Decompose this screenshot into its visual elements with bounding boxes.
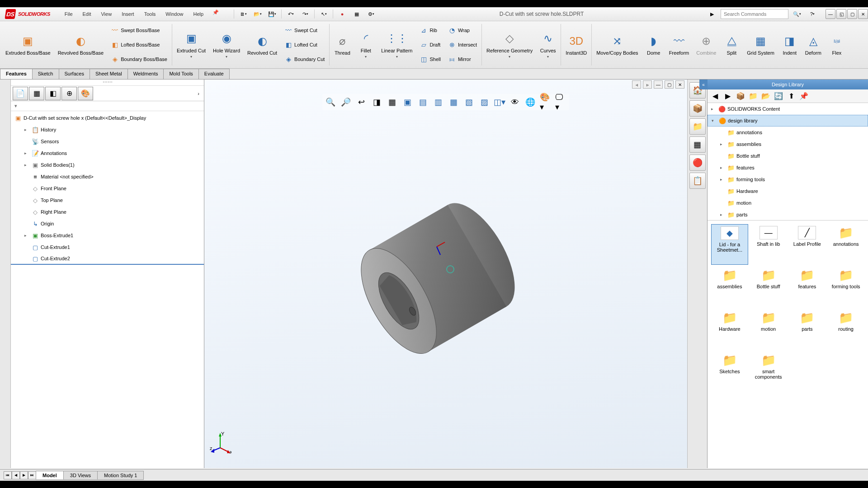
bottom-tab-3dviews[interactable]: 3D Views bbox=[63, 471, 98, 480]
deform-button[interactable]: ◬Deform bbox=[802, 22, 825, 67]
dl-tree-designlibrary[interactable]: ▾🟠design library bbox=[708, 115, 868, 127]
open-button[interactable]: 📂▾ bbox=[251, 8, 264, 20]
dl-tree-bottle[interactable]: 📁Bottle stuff bbox=[708, 150, 868, 162]
fm-tab-config[interactable]: ◧ bbox=[45, 87, 61, 100]
edit-appearance-icon[interactable]: 🌐 bbox=[524, 96, 537, 108]
tree-bossextrude1[interactable]: ▸▣Boss-Extrude1 bbox=[11, 230, 204, 241]
hidden-visible-icon[interactable]: ▧ bbox=[462, 96, 475, 108]
freeform-button[interactable]: 〰Freeform bbox=[665, 22, 693, 67]
apply-scene-icon[interactable]: 🎨▾ bbox=[539, 96, 552, 108]
tab-weldments[interactable]: Weldments bbox=[127, 69, 164, 79]
vp-close-button[interactable]: ✕ bbox=[675, 80, 684, 89]
boundary-cut-button[interactable]: ◈Boundary Cut bbox=[283, 54, 326, 64]
shaded-edges-icon[interactable]: ▤ bbox=[416, 96, 429, 108]
dl-tree-hardware[interactable]: 📁Hardware bbox=[708, 185, 868, 197]
fm-flyout-arrow-icon[interactable]: › bbox=[195, 91, 202, 96]
taskpane-fileexplorer-icon[interactable]: 📁 bbox=[689, 118, 706, 135]
gridsystem-button[interactable]: ▦Grid System bbox=[743, 22, 778, 67]
dl-item-features[interactable]: 📁features bbox=[789, 267, 826, 307]
vp-maximize-button[interactable]: ▢ bbox=[665, 80, 674, 89]
mirror-button[interactable]: ⧦Mirror bbox=[446, 54, 479, 64]
dl-item-forming[interactable]: 📁forming tools bbox=[827, 267, 864, 307]
tab-surfaces[interactable]: Surfaces bbox=[59, 69, 90, 79]
bottom-tab-model[interactable]: Model bbox=[36, 471, 64, 480]
feature-filter[interactable]: ▾ bbox=[11, 101, 204, 111]
reference-geometry-button[interactable]: ◇Reference Geometry▾ bbox=[483, 22, 536, 67]
dl-item-shaft[interactable]: —Shaft in lib bbox=[750, 224, 787, 265]
dl-item-parts[interactable]: 📁parts bbox=[789, 309, 826, 350]
menu-window[interactable]: Window bbox=[161, 9, 188, 19]
lofted-boss-button[interactable]: ◧Lofted Boss/Base bbox=[109, 40, 169, 50]
dl-item-sketches[interactable]: 📁Sketches bbox=[711, 352, 748, 392]
tree-topplane[interactable]: ◇Top Plane bbox=[11, 194, 204, 206]
fm-tab-dimxpert[interactable]: ⊕ bbox=[61, 87, 77, 100]
view-settings-icon[interactable]: 🖵▾ bbox=[555, 96, 567, 108]
revolved-boss-button[interactable]: ◐Revolved Boss/Base bbox=[54, 22, 108, 67]
vp-minimize-button[interactable]: — bbox=[654, 80, 663, 89]
tree-cutextrude2[interactable]: ▢Cut-Extrude2 bbox=[11, 253, 204, 265]
swept-cut-button[interactable]: 〰Swept Cut bbox=[283, 25, 326, 35]
search-icon[interactable]: 🔍▾ bbox=[790, 8, 804, 20]
bottom-tab-motion[interactable]: Motion Study 1 bbox=[97, 471, 144, 480]
fm-tab-property[interactable]: ▦ bbox=[29, 87, 44, 100]
draft-button[interactable]: ▱Draft bbox=[418, 40, 442, 50]
tree-solidbodies[interactable]: ▸▣Solid Bodies(1) bbox=[11, 159, 204, 171]
extruded-boss-button[interactable]: ▣Extruded Boss/Base bbox=[2, 22, 54, 67]
wireframe-icon[interactable]: ▨ bbox=[478, 96, 491, 108]
dl-up-icon[interactable]: ⬆ bbox=[785, 90, 797, 102]
curves-button[interactable]: ∿Curves▾ bbox=[536, 22, 560, 67]
taskpane-customprops-icon[interactable]: 📋 bbox=[689, 173, 706, 189]
indent-button[interactable]: ◨Indent bbox=[778, 22, 802, 67]
dl-tree-assemblies[interactable]: ▸📁assemblies bbox=[708, 138, 868, 150]
dl-item-lid[interactable]: ◆Lid - for a Sheetmet... bbox=[711, 224, 748, 265]
menu-view[interactable]: View bbox=[96, 9, 116, 19]
display-style-icon[interactable]: ▣ bbox=[401, 96, 414, 108]
revolved-cut-button[interactable]: ◐Revolved Cut bbox=[244, 22, 281, 67]
taskpane-designlib-icon[interactable]: 📦 bbox=[689, 100, 706, 117]
linear-pattern-button[interactable]: ⋮⋮Linear Pattern▾ bbox=[377, 22, 416, 67]
dl-add-location-icon[interactable]: 📦 bbox=[735, 90, 746, 102]
dl-back-icon[interactable]: ◀ bbox=[709, 90, 721, 102]
dl-tree-parts[interactable]: ▸📁parts bbox=[708, 209, 868, 221]
instant3d-button[interactable]: 3DInstant3D bbox=[562, 22, 590, 67]
tree-rightplane[interactable]: ◇Right Plane bbox=[11, 206, 204, 218]
save-button[interactable]: 💾▾ bbox=[265, 8, 279, 20]
movecopy-button[interactable]: ⤨Move/Copy Bodies bbox=[593, 22, 642, 67]
previous-view-icon[interactable]: ↩ bbox=[355, 96, 368, 108]
fm-tab-display[interactable]: 🎨 bbox=[78, 87, 93, 100]
dl-item-bottle[interactable]: 📁Bottle stuff bbox=[750, 267, 787, 307]
menu-file[interactable]: File bbox=[60, 9, 77, 19]
bt-last-icon[interactable]: ⏭ bbox=[28, 471, 36, 479]
orientation-triad[interactable]: Y x z bbox=[209, 432, 231, 455]
collapse-taskpane-icon[interactable]: « bbox=[699, 80, 708, 89]
shaded-icon[interactable]: ▥ bbox=[432, 96, 444, 108]
vp-next-button[interactable]: ▹ bbox=[643, 80, 652, 89]
view-orientation-icon[interactable]: ▦ bbox=[386, 96, 398, 108]
menu-edit[interactable]: Edit bbox=[78, 9, 96, 19]
zoom-fit-icon[interactable]: 🔍 bbox=[324, 96, 337, 108]
dl-tree-forming[interactable]: ▸📁forming tools bbox=[708, 174, 868, 185]
search-input[interactable] bbox=[721, 9, 788, 19]
lofted-cut-button[interactable]: ◧Lofted Cut bbox=[283, 40, 326, 50]
dl-item-hardware[interactable]: 📁Hardware bbox=[711, 309, 748, 350]
menu-insert[interactable]: Insert bbox=[117, 9, 139, 19]
fm-tab-tree[interactable]: 📄 bbox=[13, 87, 28, 100]
dl-item-assemblies[interactable]: 📁assemblies bbox=[711, 267, 748, 307]
dl-tree-features[interactable]: ▸📁features bbox=[708, 162, 868, 174]
perspective-icon[interactable]: ◫▾ bbox=[493, 96, 506, 108]
dl-tree-annotations[interactable]: 📁annotations bbox=[708, 127, 868, 138]
bt-next-icon[interactable]: ▶ bbox=[20, 471, 28, 479]
undo-button[interactable]: ↶▾ bbox=[284, 8, 297, 20]
panel-grip[interactable]: ⋯⋯ bbox=[11, 80, 204, 86]
dl-pin-icon[interactable]: 📌 bbox=[798, 90, 810, 102]
hide-show-icon[interactable]: 👁 bbox=[509, 96, 521, 108]
pin-icon[interactable]: 📌 bbox=[212, 9, 219, 19]
hidden-removed-icon[interactable]: ▦ bbox=[447, 96, 460, 108]
tree-annotations[interactable]: ▸📝Annotations bbox=[11, 147, 204, 159]
tab-features[interactable]: Features bbox=[0, 69, 33, 79]
dl-item-motion[interactable]: 📁motion bbox=[750, 309, 787, 350]
new-button[interactable]: 🗎▾ bbox=[236, 8, 250, 20]
hole-wizard-button[interactable]: ◉Hole Wizard▾ bbox=[209, 22, 244, 67]
dl-item-label[interactable]: ╱Label Profile bbox=[789, 224, 826, 265]
tree-material[interactable]: ≡Material <not specified> bbox=[11, 171, 204, 183]
